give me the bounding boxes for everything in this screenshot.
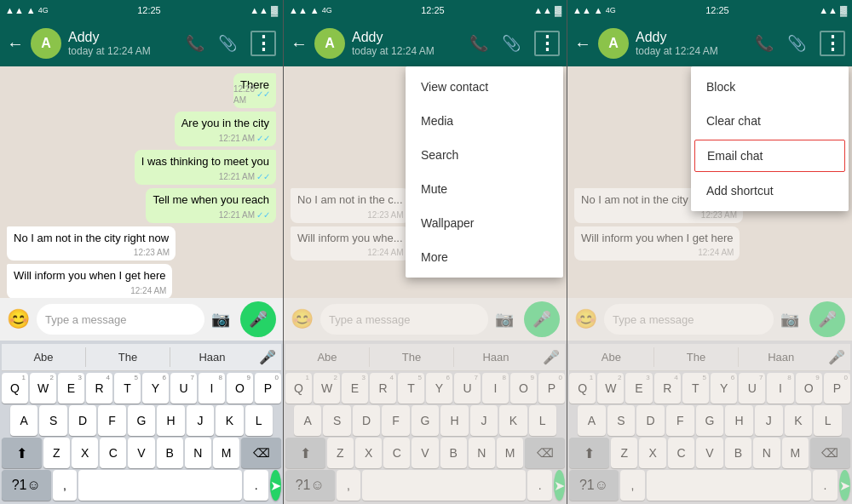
key-t-2[interactable]: T5 (398, 373, 424, 404)
key-p-2[interactable]: P0 (538, 373, 565, 404)
key-u-1[interactable]: U7 (170, 373, 197, 404)
phone-icon-2[interactable]: 📞 (469, 34, 488, 53)
key-g-3[interactable]: G (696, 405, 724, 436)
key-l-1[interactable]: L (245, 405, 273, 436)
dropdown-email-chat[interactable]: Email chat (694, 140, 845, 172)
key-y-2[interactable]: Y6 (426, 373, 452, 404)
more-button-3[interactable]: ⋮ (820, 31, 845, 56)
key-shift-1[interactable]: ⬆ (2, 438, 42, 468)
key-q-3[interactable]: Q1 (569, 373, 596, 404)
mic-button-3[interactable]: 🎤 (809, 301, 845, 337)
key-period-1[interactable]: . (244, 470, 268, 501)
key-e-3[interactable]: E3 (625, 373, 652, 404)
phone-icon-1[interactable]: 📞 (186, 34, 204, 53)
back-button-2[interactable]: ← (291, 34, 308, 54)
key-v-3[interactable]: V (696, 438, 722, 468)
dropdown-clear-chat[interactable]: Clear chat (691, 104, 849, 138)
more-button-2[interactable]: ⋮ (534, 31, 560, 56)
mic-key-3[interactable]: 🎤 (823, 349, 850, 365)
key-d-3[interactable]: D (636, 405, 665, 436)
camera-button-2[interactable]: 📷 (495, 310, 514, 329)
back-button-1[interactable]: ← (7, 34, 24, 54)
key-period-3[interactable]: . (813, 470, 838, 501)
key-b-2[interactable]: B (440, 438, 467, 468)
key-del-2[interactable]: ⌫ (525, 438, 565, 468)
key-p-1[interactable]: P0 (255, 373, 281, 404)
key-c-2[interactable]: C (383, 438, 410, 468)
key-v-2[interactable]: V (412, 438, 438, 468)
key-o-2[interactable]: O9 (510, 373, 537, 404)
key-t-1[interactable]: T5 (114, 373, 141, 404)
message-input-1[interactable]: Type a message (37, 304, 204, 335)
dropdown-more[interactable]: More (406, 240, 563, 274)
key-comma-2[interactable]: , (337, 470, 361, 501)
key-g-1[interactable]: G (128, 405, 155, 436)
key-emoji-2[interactable]: ?1☺ (285, 470, 335, 501)
key-q-1[interactable]: Q1 (2, 373, 28, 404)
avatar-1[interactable]: A (31, 28, 61, 59)
key-e-1[interactable]: E3 (58, 373, 84, 404)
key-m-1[interactable]: M (213, 438, 239, 468)
dropdown-wallpaper[interactable]: Wallpaper (406, 206, 563, 240)
suggestion-the-2[interactable]: The (370, 347, 454, 367)
emoji-button-1[interactable]: 😊 (7, 308, 30, 330)
key-x-2[interactable]: X (355, 438, 382, 468)
key-space-3[interactable] (647, 470, 811, 501)
key-a-3[interactable]: A (578, 405, 606, 436)
key-n-1[interactable]: N (185, 438, 211, 468)
key-shift-2[interactable]: ⬆ (285, 438, 325, 468)
key-c-3[interactable]: C (668, 438, 694, 468)
key-s-2[interactable]: S (323, 405, 350, 436)
key-r-1[interactable]: R4 (86, 373, 112, 404)
key-u-3[interactable]: U7 (739, 373, 765, 404)
key-l-2[interactable]: L (529, 405, 556, 436)
more-button-1[interactable]: ⋮ (250, 31, 276, 56)
key-j-1[interactable]: J (187, 405, 214, 436)
dropdown-block[interactable]: Block (691, 70, 849, 104)
key-s-3[interactable]: S (607, 405, 636, 436)
key-space-1[interactable] (78, 470, 242, 501)
camera-button-3[interactable]: 📷 (780, 310, 799, 329)
key-w-1[interactable]: W2 (30, 373, 56, 404)
key-z-3[interactable]: Z (611, 438, 637, 468)
key-w-3[interactable]: W2 (597, 373, 624, 404)
mic-button-1[interactable]: 🎤 (240, 301, 276, 337)
key-c-1[interactable]: C (100, 438, 126, 468)
key-f-1[interactable]: F (98, 405, 125, 436)
key-s-1[interactable]: S (39, 405, 66, 436)
key-n-3[interactable]: N (753, 438, 780, 468)
phone-icon-3[interactable]: 📞 (755, 34, 774, 53)
key-h-1[interactable]: H (157, 405, 184, 436)
dropdown-mute[interactable]: Mute (406, 172, 563, 206)
key-a-2[interactable]: A (294, 405, 321, 436)
key-f-3[interactable]: F (666, 405, 694, 436)
key-k-1[interactable]: K (216, 405, 243, 436)
key-m-3[interactable]: M (782, 438, 809, 468)
mic-button-2[interactable]: 🎤 (524, 301, 560, 337)
key-i-2[interactable]: I8 (482, 373, 509, 404)
key-send-2[interactable]: ➤ (554, 470, 565, 501)
attachment-icon-2[interactable]: 📎 (502, 34, 521, 53)
key-g-2[interactable]: G (412, 405, 439, 436)
mic-key-1[interactable]: 🎤 (254, 349, 281, 365)
key-y-3[interactable]: Y6 (711, 373, 737, 404)
message-input-2[interactable]: Type a message (320, 304, 488, 335)
key-i-3[interactable]: I8 (767, 373, 793, 404)
camera-button-1[interactable]: 📷 (211, 310, 230, 329)
key-d-2[interactable]: D (353, 405, 380, 436)
back-button-3[interactable]: ← (574, 34, 591, 54)
dropdown-media[interactable]: Media (406, 104, 563, 138)
key-p-3[interactable]: P0 (824, 373, 850, 404)
key-q-2[interactable]: Q1 (285, 373, 312, 404)
suggestion-abe-2[interactable]: Abe (285, 347, 370, 367)
key-m-2[interactable]: M (497, 438, 523, 468)
suggestion-haan-3[interactable]: Haan (739, 347, 823, 367)
key-r-3[interactable]: R4 (654, 373, 681, 404)
key-d-1[interactable]: D (69, 405, 96, 436)
key-f-2[interactable]: F (382, 405, 409, 436)
key-h-3[interactable]: H (725, 405, 753, 436)
key-period-2[interactable]: . (527, 470, 552, 501)
key-del-3[interactable]: ⌫ (810, 438, 850, 468)
mic-key-2[interactable]: 🎤 (538, 349, 565, 365)
key-n-2[interactable]: N (469, 438, 495, 468)
